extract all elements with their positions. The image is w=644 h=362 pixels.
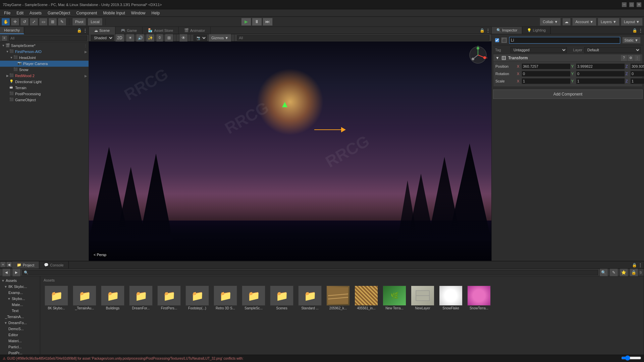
- transform-more[interactable]: ⋮: [634, 55, 640, 61]
- tab-inspector[interactable]: 🔍 Inspector: [492, 27, 522, 34]
- rot-z-input[interactable]: [630, 71, 644, 77]
- tree-item-samplescene[interactable]: ▼ 🎬 SampleScene* ⋮: [0, 43, 89, 49]
- tool-hand[interactable]: ✋: [1, 18, 10, 26]
- menu-edit[interactable]: Edit: [14, 10, 26, 16]
- scene-cam-toggle[interactable]: 0: [156, 34, 163, 42]
- menu-component[interactable]: Component: [73, 10, 100, 16]
- tree-demos[interactable]: DemoS...: [0, 326, 40, 332]
- tree-item-snow[interactable]: ⬛ Snow: [0, 67, 89, 73]
- tree-particl[interactable]: Particl...: [0, 344, 40, 350]
- asset-newlayer[interactable]: NewLayer: [409, 284, 436, 311]
- tab-console[interactable]: 💬 Console: [39, 261, 68, 268]
- pos-z-input[interactable]: [630, 63, 644, 69]
- tree-text[interactable]: Text: [0, 308, 40, 314]
- tree-assets[interactable]: ▼ Assets: [0, 278, 40, 284]
- hierarchy-search[interactable]: [9, 36, 87, 41]
- menu-gameobject[interactable]: GameObject: [45, 10, 73, 16]
- tab-lighting[interactable]: 💡 Lighting: [522, 27, 551, 34]
- transform-help[interactable]: ?: [621, 55, 627, 61]
- scene-gizmo-widget[interactable]: Y X: [468, 45, 488, 65]
- persp-label[interactable]: < Persp: [92, 252, 108, 257]
- asset-buildings[interactable]: 📁 Buildings: [99, 284, 126, 311]
- tree-editor[interactable]: Editor: [0, 332, 40, 338]
- asset-snowflake[interactable]: SnowFlake: [437, 284, 464, 311]
- maximize-button[interactable]: □: [629, 2, 634, 7]
- tab-project[interactable]: 📁 Project: [12, 261, 39, 268]
- menu-assets[interactable]: Assets: [27, 10, 44, 16]
- fx-toggle[interactable]: ✨: [146, 34, 155, 42]
- tree-more[interactable]: ▶: [85, 74, 87, 78]
- asset-8k-skybox[interactable]: 📁 8K Skybo...: [43, 284, 70, 311]
- layer-dropdown[interactable]: Default: [584, 47, 641, 53]
- tab-asset-store[interactable]: 🏪 Asset Store: [143, 27, 179, 34]
- tool-move[interactable]: ✛: [11, 18, 19, 26]
- transform-header[interactable]: ▼ Transform ? ⚙ ⋮: [493, 54, 642, 62]
- pos-x-input[interactable]: [522, 63, 571, 69]
- project-tree[interactable]: ▼ Assets ▼ 8K Skybc... Examp... ▼ Skybo.…: [0, 276, 40, 355]
- project-lock[interactable]: 🔒: [632, 263, 637, 267]
- pos-y-input[interactable]: [576, 63, 625, 69]
- asset-retro3d[interactable]: 📁 Retro 3D S...: [212, 284, 239, 311]
- tool-rect[interactable]: ▭: [39, 18, 48, 26]
- tree-examples[interactable]: Examp...: [0, 290, 40, 296]
- scale-z-input[interactable]: [630, 78, 644, 84]
- pause-button[interactable]: ⏸: [252, 18, 262, 26]
- hierarchy-lock[interactable]: 🔒: [77, 28, 82, 33]
- tree-dreamfo[interactable]: ▼ DreamFo...: [0, 320, 40, 326]
- light-toggle[interactable]: ☀: [126, 34, 135, 42]
- scene-lock[interactable]: 🔒: [480, 28, 485, 33]
- tag-dropdown[interactable]: Untagged: [511, 47, 567, 53]
- scene-viewport[interactable]: Y X < Persp RRCG RRCG RRCG: [89, 42, 491, 261]
- shading-dropdown[interactable]: Shaded: [91, 35, 114, 41]
- tab-animator[interactable]: 🎬 Animator: [179, 27, 211, 34]
- rot-y-input[interactable]: [576, 71, 625, 77]
- scene-search[interactable]: [237, 35, 489, 41]
- tree-more[interactable]: ⋮: [84, 44, 87, 48]
- local-button[interactable]: Local: [88, 18, 102, 26]
- pivot-button[interactable]: Pivot: [72, 18, 86, 26]
- scene-view-toggle[interactable]: 👁: [179, 34, 188, 42]
- tab-scene[interactable]: ⛰ Scene: [89, 27, 115, 34]
- object-active-checkbox[interactable]: [495, 38, 499, 42]
- hierarchy-tree[interactable]: ▼ 🎬 SampleScene* ⋮ ▼ ⬛ FirstPerson-AIO ▶…: [0, 42, 89, 261]
- hierarchy-add[interactable]: +: [1, 35, 7, 41]
- project-add[interactable]: +: [0, 261, 6, 267]
- scene-more[interactable]: ⋮: [486, 28, 490, 33]
- tool-transform[interactable]: ⊞: [48, 18, 57, 26]
- camera-dropdown[interactable]: 📷: [194, 35, 207, 41]
- cloud-button[interactable]: ☁: [562, 18, 571, 26]
- project-more[interactable]: ⋮: [638, 263, 642, 267]
- 2d-toggle[interactable]: 2D: [115, 34, 124, 42]
- project-back[interactable]: ◀: [2, 268, 11, 277]
- audio-toggle[interactable]: 🔊: [136, 34, 145, 42]
- tree-item-firstperson[interactable]: ▼ ⬛ FirstPerson-AIO ▶: [0, 49, 89, 55]
- tree-item-gameobject[interactable]: ⬛ GameObject: [0, 97, 89, 103]
- tree-terrain-au[interactable]: _TerrainA...: [0, 314, 40, 320]
- asset-standard[interactable]: 📁 Standard ...: [297, 284, 323, 311]
- asset-terrainu[interactable]: 📁 _TerrainAu...: [71, 284, 98, 311]
- grid-toggle[interactable]: ⊞: [165, 34, 173, 42]
- tree-postpr[interactable]: PostPr...: [0, 350, 40, 355]
- inspector-more[interactable]: ⋮: [639, 28, 643, 33]
- asset-scenes[interactable]: 📁 Scenes: [268, 284, 295, 311]
- asset-snowterra[interactable]: SnowTerra...: [466, 284, 492, 311]
- menu-file[interactable]: File: [1, 10, 13, 16]
- object-name-input[interactable]: [509, 37, 620, 44]
- tree-skybo[interactable]: ▼ Skybo...: [0, 296, 40, 302]
- scale-x-input[interactable]: [522, 78, 571, 84]
- project-filter2[interactable]: ✎: [609, 268, 618, 277]
- asset-405561[interactable]: 405561_in...: [353, 284, 380, 311]
- project-nav[interactable]: ◀: [6, 261, 12, 267]
- project-filter3[interactable]: ⭐: [620, 268, 628, 277]
- tree-materi[interactable]: Materi...: [0, 338, 40, 344]
- menu-help[interactable]: Help: [149, 10, 163, 16]
- asset-footstep[interactable]: 📁 Footstep(...): [184, 284, 211, 311]
- tree-more[interactable]: ▶: [85, 50, 87, 54]
- hierarchy-tab[interactable]: Hierarchy: [0, 27, 24, 34]
- menu-window[interactable]: Window: [128, 10, 148, 16]
- asset-firstpers[interactable]: 📁 FirstPers...: [156, 284, 182, 311]
- tree-item-dirlight[interactable]: 💡 Directional Light: [0, 79, 89, 85]
- menu-mobile-input[interactable]: Mobile Input: [100, 10, 127, 16]
- gizmos-button[interactable]: Gizmos ▼: [208, 34, 231, 42]
- tree-mate[interactable]: Mate...: [0, 302, 40, 308]
